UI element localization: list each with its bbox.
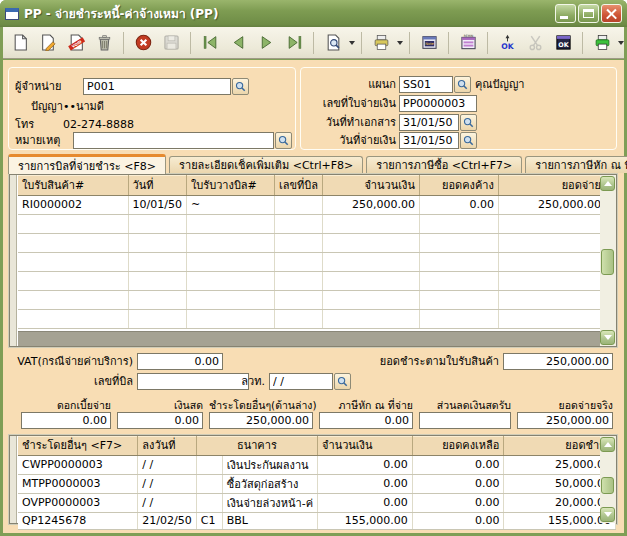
vendor-lookup-button[interactable]	[232, 78, 249, 95]
table-cell[interactable]: 0.00	[318, 474, 413, 493]
tab-0[interactable]: รายการบิลที่จ่ายชำระ <F8>	[8, 154, 166, 174]
bill-date-input[interactable]	[269, 373, 333, 390]
table-cell[interactable]: 0.00	[412, 474, 504, 493]
approve-button[interactable]: OK	[494, 30, 520, 56]
remind-button[interactable]: REMIN	[455, 30, 481, 56]
table-row[interactable]: CWPP0000003/ /เงินประกันผลงาน0.000.0025,…	[18, 455, 616, 474]
tab-3[interactable]: รายการภาษีหัก ณ ที่จ่าย <Ctrl+F10>	[525, 156, 627, 173]
table-cell[interactable]: 0.00	[318, 455, 413, 474]
delete-button[interactable]	[91, 30, 117, 56]
nav-prev-button[interactable]	[225, 30, 251, 56]
table-cell[interactable]: 0.00	[412, 512, 504, 529]
empty-cell	[274, 309, 322, 328]
summary-value-input[interactable]	[419, 412, 511, 429]
print-button[interactable]	[368, 30, 394, 56]
preview-dropdown-caret-icon[interactable]	[349, 41, 355, 45]
table-cell[interactable]: C1	[196, 512, 222, 529]
save-button[interactable]	[158, 30, 184, 56]
pay-date-lookup-button[interactable]	[460, 132, 477, 149]
minimize-button[interactable]	[555, 4, 576, 23]
tab-1[interactable]: รายละเอียดเช็คเพิ่มเติม <Ctrl+F8>	[169, 156, 363, 173]
table-cell[interactable]: เงินประกันผลงาน	[222, 455, 317, 474]
summary-value-input[interactable]	[517, 412, 613, 429]
summary-value-input[interactable]	[117, 412, 203, 429]
vendor-code-input[interactable]	[83, 78, 231, 95]
table-cell[interactable]: RI0000002	[18, 195, 128, 214]
table-cell[interactable]: BBL	[222, 512, 317, 529]
table-cell[interactable]: 25,000.00	[504, 455, 616, 474]
table-cell[interactable]: 0.00	[412, 455, 504, 474]
nav-next-button[interactable]	[253, 30, 279, 56]
table-cell[interactable]: OVPP0000003	[18, 493, 138, 512]
table-cell[interactable]: 0.00	[412, 493, 504, 512]
doc-date-lookup-button[interactable]	[460, 114, 477, 131]
summary-value-input[interactable]	[209, 412, 313, 429]
payment-no-input[interactable]	[399, 95, 477, 112]
scroll-down-button[interactable]	[600, 330, 615, 345]
confirm-ok-button[interactable]: OK	[550, 30, 576, 56]
other-vertical-scrollbar[interactable]	[600, 436, 616, 523]
preview-button[interactable]	[320, 30, 346, 56]
table-cell[interactable]: 0.00	[318, 493, 413, 512]
department-input[interactable]	[399, 76, 453, 93]
close-button[interactable]	[601, 4, 622, 23]
table-cell[interactable]: 250,000.00	[498, 195, 605, 214]
remark-lookup-button[interactable]	[275, 132, 292, 149]
table-cell[interactable]: 10/01/50	[128, 195, 186, 214]
horizontal-scrollbar-track[interactable]	[18, 331, 600, 346]
cut-button[interactable]	[522, 30, 548, 56]
table-cell[interactable]: 250,000.00	[322, 195, 419, 214]
table-cell[interactable]: 21/02/50	[138, 512, 196, 529]
table-cell[interactable]: CWPP0000003	[18, 455, 138, 474]
scrollbar-thumb[interactable]	[601, 249, 614, 275]
table-cell[interactable]: เงินจ่ายล่วงหน้า-ค่	[222, 493, 317, 512]
table-row[interactable]: MTPP0000003/ /ซื้อวัสดุก่อสร้าง0.000.005…	[18, 474, 616, 493]
print-dropdown-caret-icon[interactable]	[397, 41, 403, 45]
table-row[interactable]: RI000000210/01/50~250,000.000.00250,000.…	[18, 195, 605, 214]
maximize-button[interactable]	[578, 4, 599, 23]
summary-value-input[interactable]	[21, 412, 111, 429]
arrow-down-icon	[604, 512, 612, 517]
table-cell[interactable]: 155,000.00	[318, 512, 413, 529]
doc-date-input[interactable]	[399, 114, 459, 131]
table-cell[interactable]: 0.00	[419, 195, 498, 214]
print-form-button[interactable]	[589, 30, 615, 56]
edit-button[interactable]	[35, 30, 61, 56]
table-cell[interactable]	[196, 493, 222, 512]
tab-2[interactable]: รายการภาษีซื้อ <Ctrl+F7>	[366, 156, 522, 173]
table-cell[interactable]: 155,000.00	[504, 512, 616, 529]
table-cell[interactable]	[196, 455, 222, 474]
table-cell[interactable]: QP1245678	[18, 512, 138, 529]
cancel-button[interactable]	[130, 30, 156, 56]
table-cell[interactable]: 50,000.00	[504, 474, 616, 493]
scroll-up-button[interactable]	[600, 176, 615, 191]
table-cell[interactable]: / /	[138, 493, 196, 512]
vat-input[interactable]	[137, 353, 223, 370]
pay-date-input[interactable]	[399, 132, 459, 149]
scroll-up-button[interactable]	[600, 437, 615, 452]
nav-first-button[interactable]	[197, 30, 223, 56]
bills-vertical-scrollbar[interactable]	[600, 175, 616, 346]
table-cell[interactable]: ~	[186, 195, 274, 214]
note-button[interactable]: Note	[416, 30, 442, 56]
table-cell[interactable]: 20,000.00	[504, 493, 616, 512]
department-lookup-button[interactable]	[454, 76, 471, 93]
summary-value-input[interactable]	[319, 412, 413, 429]
table-cell[interactable]: / /	[138, 474, 196, 493]
table-cell[interactable]	[196, 474, 222, 493]
print-form-dropdown-caret-icon[interactable]	[618, 41, 624, 45]
new-button[interactable]	[7, 30, 33, 56]
table-cell[interactable]: / /	[138, 455, 196, 474]
scroll-down-button[interactable]	[600, 507, 615, 522]
void-button[interactable]: VOID	[63, 30, 89, 56]
table-row[interactable]: QP124567821/02/50C1BBL155,000.000.00155,…	[18, 512, 616, 529]
table-cell[interactable]: ซื้อวัสดุก่อสร้าง	[222, 474, 317, 493]
table-row[interactable]: OVPP0000003/ /เงินจ่ายล่วงหน้า-ค่0.000.0…	[18, 493, 616, 512]
scrollbar-thumb[interactable]	[601, 477, 614, 494]
remark-input[interactable]	[73, 132, 274, 149]
nav-last-button[interactable]	[281, 30, 307, 56]
table-cell[interactable]: MTPP0000003	[18, 474, 138, 493]
bill-date-lookup-button[interactable]	[334, 373, 351, 390]
table-cell[interactable]	[274, 195, 322, 214]
receipt-total-input[interactable]	[503, 353, 613, 370]
